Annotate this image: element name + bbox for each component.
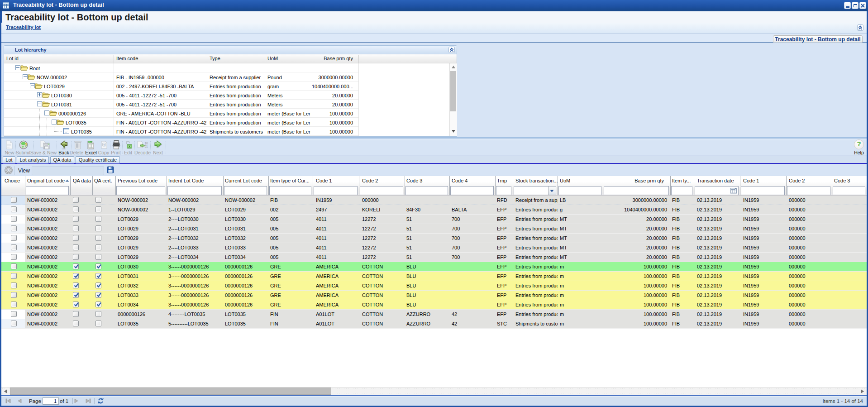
svg-text:T: T [103,143,105,147]
svg-text:10: 10 [144,142,148,145]
svg-text:01: 01 [144,145,148,148]
